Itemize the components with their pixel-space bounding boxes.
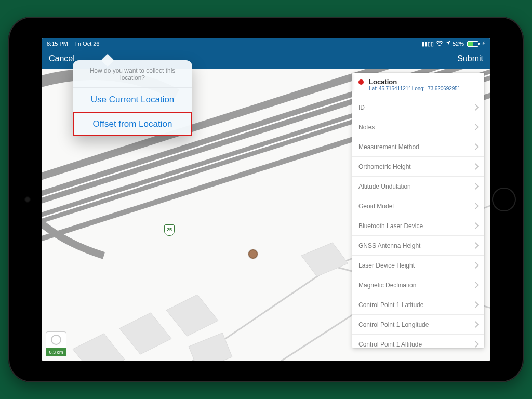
field-row[interactable]: Altitude Undulation: [352, 177, 484, 196]
map-marker[interactable]: [248, 249, 258, 259]
popover-prompt: How do you want to collect this location…: [73, 60, 192, 88]
attribute-panel: ＋ Location Lat: 45.71541121° Long: -73.6…: [352, 73, 484, 348]
svg-marker-4: [301, 243, 348, 276]
field-row[interactable]: Notes: [352, 117, 484, 137]
field-row[interactable]: Control Point 1 Latitude: [352, 295, 484, 315]
svg-marker-3: [166, 295, 218, 336]
panel-title: Location: [369, 78, 478, 86]
panel-header[interactable]: Location Lat: 45.71541121° Long: -73.620…: [352, 73, 484, 98]
field-row[interactable]: Orthometric Height: [352, 157, 484, 177]
route-shield: 25: [164, 224, 175, 236]
status-time: 8:15 PM: [47, 41, 68, 47]
status-date: Fri Oct 26: [74, 41, 99, 47]
field-label: Orthometric Height: [358, 163, 411, 170]
field-label: Measurement Method: [358, 143, 419, 151]
screen: 8:15 PM Fri Oct 26 ▮▮▯▯ 52% ⚡︎ Cancel: [42, 38, 490, 361]
panel-body[interactable]: ID Notes Measurement Method Orthometric …: [352, 98, 484, 348]
chevron-right-icon: [472, 203, 479, 209]
chevron-right-icon: [472, 242, 479, 249]
status-left: 8:15 PM Fri Oct 26: [47, 38, 100, 49]
field-row[interactable]: Geoid Model: [352, 196, 484, 216]
chevron-right-icon: [472, 262, 479, 269]
field-row[interactable]: Laser Device Height: [352, 256, 484, 275]
field-row[interactable]: Magnetic Declination: [352, 275, 484, 295]
chevron-right-icon: [472, 163, 479, 170]
chevron-right-icon: [472, 282, 479, 288]
tablet-frame: 8:15 PM Fri Oct 26 ▮▮▯▯ 52% ⚡︎ Cancel: [8, 17, 524, 382]
chevron-right-icon: [472, 341, 479, 348]
chevron-right-icon: [472, 222, 479, 229]
field-label: ID: [358, 104, 365, 111]
field-row[interactable]: Measurement Method: [352, 137, 484, 157]
offset-from-location-option[interactable]: Offset from Location: [73, 112, 192, 136]
feature-symbol-icon: [358, 79, 364, 85]
signal-icon: ▮▮▯▯: [421, 38, 434, 49]
field-label: Bluetooth Laser Device: [358, 222, 423, 230]
field-label: Altitude Undulation: [358, 183, 411, 190]
cancel-button[interactable]: Cancel: [49, 54, 75, 63]
field-row[interactable]: Bluetooth Laser Device: [352, 216, 484, 236]
chevron-right-icon: [472, 321, 479, 328]
field-row[interactable]: GNSS Antenna Height: [352, 236, 484, 256]
svg-marker-1: [73, 334, 125, 361]
field-label: GNSS Antenna Height: [358, 242, 420, 249]
device-home-button[interactable]: [492, 188, 516, 211]
chevron-right-icon: [472, 183, 479, 190]
field-row[interactable]: Control Point 1 Altitude: [352, 335, 484, 348]
accuracy-value: 0.3 cm: [46, 348, 66, 356]
submit-button[interactable]: Submit: [457, 54, 483, 63]
battery-icon: [467, 41, 478, 47]
field-row[interactable]: Control Point 1 Longitude: [352, 315, 484, 335]
panel-coordinates: Lat: 45.71541121° Long: -73.62069295°: [369, 86, 478, 91]
field-row[interactable]: ID: [352, 98, 484, 117]
chevron-right-icon: [472, 124, 479, 130]
field-label: Control Point 1 Latitude: [358, 301, 423, 309]
field-label: Magnetic Declination: [358, 282, 416, 289]
field-label: Control Point 1 Longitude: [358, 321, 429, 328]
battery-percent: 52%: [453, 38, 464, 49]
field-label: Notes: [358, 124, 375, 131]
chevron-right-icon: [472, 143, 479, 150]
field-label: Geoid Model: [358, 203, 394, 210]
charging-icon: ⚡︎: [482, 38, 485, 49]
accuracy-ring-icon: [46, 331, 66, 348]
accuracy-indicator[interactable]: 0.3 cm: [46, 331, 66, 356]
device-camera: [25, 197, 30, 202]
collect-location-popover: How do you want to collect this location…: [73, 60, 192, 136]
field-label: Control Point 1 Altitude: [358, 341, 422, 348]
field-label: Laser Device Height: [358, 262, 415, 269]
location-services-icon: [445, 38, 450, 49]
chevron-right-icon: [472, 301, 479, 308]
svg-marker-2: [119, 313, 171, 354]
chevron-right-icon: [472, 104, 479, 111]
status-bar: 8:15 PM Fri Oct 26 ▮▮▯▯ 52% ⚡︎: [42, 38, 490, 49]
wifi-icon: [436, 38, 443, 49]
status-right: ▮▮▯▯ 52% ⚡︎: [421, 38, 485, 49]
svg-rect-0: [189, 333, 232, 361]
use-current-location-option[interactable]: Use Current Location: [73, 88, 192, 112]
